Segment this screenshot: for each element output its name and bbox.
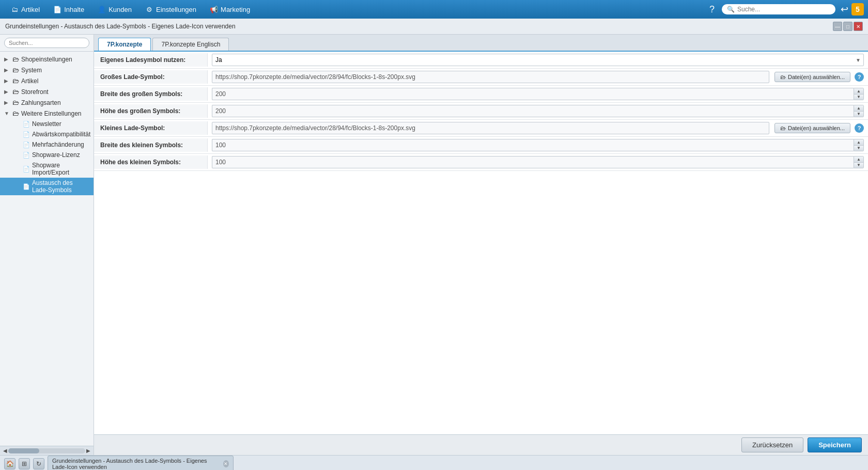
taskbar-btn-refresh[interactable]: ↻ — [33, 458, 44, 469]
expand-icon: ▼ — [4, 111, 10, 116]
scroll-left-icon[interactable]: ◀ — [2, 448, 8, 453]
sidebar-item-system[interactable]: ▶ 🗁 System — [0, 65, 94, 75]
minimize-button[interactable]: — — [833, 22, 842, 31]
input-hoehe-gross[interactable] — [212, 105, 854, 117]
form-row-hoehe-klein: Höhe des kleinen Symbols: ▲ ▼ — [94, 154, 868, 171]
nav-marketing-label: Marketing — [221, 6, 250, 13]
control-hoehe-gross: ▲ ▼ — [208, 103, 868, 119]
label-eigenes-ladesymbol: Eigenes Ladesymbol nutzen: — [94, 53, 208, 67]
sidebar-item-weitere[interactable]: ▼ 🗁 Weitere Einstellungen — [0, 108, 94, 119]
taskbar-btn-home[interactable]: 🏠 — [4, 458, 16, 469]
folder-icon: 🗁 — [12, 109, 19, 117]
control-breite-gross: ▲ ▼ — [208, 86, 868, 102]
nav-inhalte[interactable]: 📄 Inhalte — [47, 3, 90, 15]
window-controls: — □ ✕ — [833, 22, 863, 31]
sidebar-item-label: Storefront — [21, 88, 49, 96]
sidebar-search-input[interactable] — [4, 38, 89, 48]
search-bar[interactable]: 🔍 — [722, 4, 835, 14]
control-kleines-lade-symbol: 🗁 Datei(en) auswählen... ? — [208, 120, 868, 136]
spin-down-breite-gross[interactable]: ▼ — [854, 95, 863, 100]
help-button-klein[interactable]: ? — [855, 123, 864, 133]
action-bar: Zurücksetzen Speichern — [94, 434, 868, 455]
sidebar-item-artikel[interactable]: ▶ 🗁 Artikel — [0, 75, 94, 86]
form-row-eigenes-ladesymbol: Eigenes Ladesymbol nutzen: Ja Nein ▼ — [94, 52, 868, 69]
control-breite-klein: ▲ ▼ — [208, 137, 868, 153]
nav-kunden-label: Kunden — [109, 6, 132, 13]
sidebar-item-label: Shopware Import/Export — [32, 162, 89, 176]
nav-kunden[interactable]: 👤 Kunden — [91, 3, 138, 15]
sidebar-item-label: Shopware-Lizenz — [32, 151, 80, 159]
file-select-button-klein[interactable]: 🗁 Datei(en) auswählen... — [774, 123, 850, 133]
sidebar-item-mehrfach[interactable]: 📄 Mehrfachänderung — [0, 139, 94, 150]
label-grosses-lade-symbol: Großes Lade-Symbol: — [94, 70, 208, 84]
save-button[interactable]: Speichern — [808, 437, 862, 452]
folder-icon: 🗁 — [12, 77, 19, 85]
spin-buttons-hoehe-gross: ▲ ▼ — [854, 105, 864, 117]
taskbar-tab-label: Grundeinstellungen - Austausch des Lade-… — [52, 458, 220, 470]
sidebar-item-lizenz[interactable]: 📄 Shopware-Lizenz — [0, 150, 94, 160]
spin-up-hoehe-klein[interactable]: ▲ — [854, 156, 863, 163]
spin-up-hoehe-gross[interactable]: ▲ — [854, 105, 863, 112]
control-hoehe-klein: ▲ ▼ — [208, 154, 868, 170]
nav-help[interactable]: ? — [703, 2, 721, 17]
form-row-grosses-lade-symbol: Großes Lade-Symbol: 🗁 Datei(en) auswähle… — [94, 69, 868, 86]
sidebar-item-austausch[interactable]: 📄 Austausch des Lade-Symbols — [0, 178, 94, 195]
kunden-icon: 👤 — [98, 5, 106, 13]
expand-icon: ▶ — [4, 100, 10, 105]
spin-up-breite-klein[interactable]: ▲ — [854, 139, 863, 146]
sidebar-item-zahlungsarten[interactable]: ▶ 🗁 Zahlungsarten — [0, 97, 94, 108]
help-icon: ? — [709, 4, 715, 15]
spin-down-breite-klein[interactable]: ▼ — [854, 146, 863, 151]
form-area: Eigenes Ladesymbol nutzen: Ja Nein ▼ Gro… — [94, 52, 868, 434]
reset-button[interactable]: Zurücksetzen — [741, 437, 803, 452]
input-kleines-lade-symbol[interactable] — [212, 122, 769, 134]
input-breite-klein[interactable] — [212, 139, 854, 151]
input-hoehe-klein[interactable] — [212, 156, 854, 168]
expand-icon: ▶ — [4, 78, 10, 84]
nav-artikel[interactable]: 🗂 Artikel — [4, 3, 46, 15]
folder-icon: 🗁 — [12, 55, 19, 63]
sidebar-item-importexport[interactable]: 📄 Shopware Import/Export — [0, 160, 94, 178]
label-breite-klein: Breite des kleinen Symbols: — [94, 138, 208, 152]
sidebar-item-newsletter[interactable]: 📄 Newsletter — [0, 119, 94, 129]
nav-einstellungen[interactable]: ⚙ Einstellungen — [139, 3, 203, 15]
tab-7pkonzepte[interactable]: 7P.konzepte — [98, 38, 151, 51]
taskbar-btn-grid[interactable]: ⊞ — [19, 458, 30, 469]
spin-up-breite-gross[interactable]: ▲ — [854, 88, 863, 95]
spin-down-hoehe-klein[interactable]: ▼ — [854, 163, 863, 168]
file-icon: 📄 — [23, 121, 30, 128]
sidebar-scrollbar: ◀ ▶ — [0, 446, 94, 455]
breadcrumb-bar: Grundeinstellungen - Austausch des Lade-… — [0, 19, 868, 35]
form-row-hoehe-gross: Höhe des großen Symbols: ▲ ▼ — [94, 103, 868, 120]
search-input[interactable] — [737, 6, 830, 13]
sidebar-item-abwaerts[interactable]: 📄 Abwärtskompatibilität — [0, 129, 94, 139]
nav-marketing[interactable]: 📢 Marketing — [204, 3, 256, 15]
select-wrapper: Ja Nein ▼ — [212, 54, 864, 66]
input-breite-gross[interactable] — [212, 88, 854, 100]
close-button[interactable]: ✕ — [854, 22, 863, 31]
label-kleines-lade-symbol: Kleines Lade-Symbol: — [94, 121, 208, 135]
taskbar-tab-close-button[interactable]: ✕ — [223, 460, 229, 467]
taskbar: 🏠 ⊞ ↻ Grundeinstellungen - Austausch des… — [0, 455, 868, 470]
sidebar-item-label: System — [21, 67, 42, 74]
sidebar-item-label: Zahlungsarten — [21, 99, 61, 106]
number-input-wrap: ▲ ▼ — [212, 139, 864, 151]
content-area: 7P.konzepte 7P.konzepte Englisch Eigenes… — [94, 35, 868, 455]
folder-icon: 🗁 — [12, 88, 19, 96]
artikel-icon: 🗂 — [10, 5, 19, 13]
tab-7pkonzepte-englisch[interactable]: 7P.konzepte Englisch — [152, 38, 229, 51]
file-select-button-gross[interactable]: 🗁 Datei(en) auswählen... — [774, 72, 850, 82]
sidebar-item-shopeinstellungen[interactable]: ▶ 🗁 Shopeinstellungen — [0, 54, 94, 65]
folder-icon: 🗁 — [780, 74, 786, 80]
select-eigenes-ladesymbol[interactable]: Ja Nein — [212, 54, 864, 66]
tab-label: 7P.konzepte — [107, 41, 142, 48]
sidebar-item-storefront[interactable]: ▶ 🗁 Storefront — [0, 86, 94, 97]
user-icon[interactable]: ↩ — [841, 4, 848, 15]
input-grosses-lade-symbol[interactable] — [212, 71, 769, 83]
scroll-right-icon[interactable]: ▶ — [85, 448, 91, 453]
maximize-button[interactable]: □ — [843, 22, 853, 31]
scrollbar-thumb[interactable] — [8, 448, 39, 453]
spin-down-hoehe-gross[interactable]: ▼ — [854, 112, 863, 117]
help-button-gross[interactable]: ? — [855, 72, 864, 82]
taskbar-active-tab[interactable]: Grundeinstellungen - Austausch des Lade-… — [48, 456, 234, 471]
